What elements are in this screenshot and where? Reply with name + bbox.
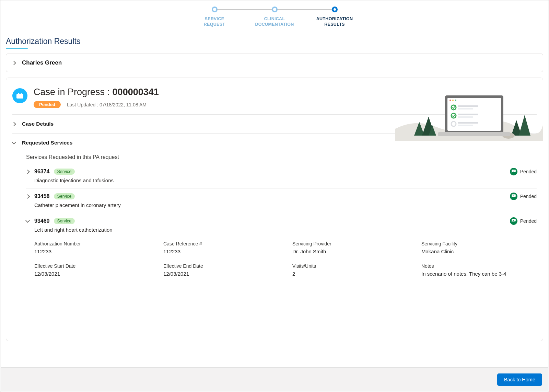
detail-label: Notes [421, 263, 537, 269]
service-code: 93458 [34, 193, 50, 199]
detail-value: Dr. John Smith [292, 249, 408, 254]
patient-name: Charles Green [22, 59, 62, 66]
detail-value: In scenario of notes, They can be 3-4 [421, 271, 537, 277]
service-row-toggle[interactable]: 96374 Service Pended [26, 168, 537, 175]
case-details-label: Case Details [22, 121, 54, 127]
page-title-underline [6, 48, 28, 49]
detail-value: 12/03/2021 [163, 271, 279, 277]
last-updated: Last Updated : 07/18/2022, 11:08 AM [67, 102, 147, 107]
chevron-right-icon [12, 61, 16, 65]
detail-label: Effective End Date [163, 263, 279, 269]
service-code: 96374 [34, 169, 50, 175]
service-code: 93460 [34, 218, 50, 224]
detail-cell: Servicing Facility Makana Clinic [421, 241, 537, 254]
briefcase-icon [12, 88, 27, 103]
case-details-section: Case Details [12, 114, 537, 133]
service-status-text: Pended [520, 218, 537, 224]
detail-value: 12/03/2021 [34, 271, 150, 277]
service-details-grid: Authorization Number 112233 Case Referen… [34, 241, 537, 277]
page-title: Authorization Results [6, 37, 549, 46]
service-row-toggle[interactable]: 93460 Service Pended [26, 217, 537, 225]
service-tag: Service [54, 169, 75, 175]
step-connector [274, 9, 335, 10]
case-title: Case in Progress : 000000341 [34, 87, 537, 97]
detail-value: Makana Clinic [421, 249, 537, 254]
chevron-right-icon [26, 194, 30, 198]
detail-value: 112233 [163, 249, 279, 254]
case-card: Case in Progress : 000000341 Pended Last… [6, 78, 543, 341]
detail-cell: Servicing Provider Dr. John Smith [292, 241, 408, 254]
requested-services-header[interactable]: Requested Services [12, 133, 537, 152]
case-header: Case in Progress : 000000341 Pended Last… [12, 78, 537, 114]
service-status: Pended [510, 168, 537, 175]
chevron-right-icon [12, 122, 16, 126]
detail-cell: Case Reference # 112233 [163, 241, 279, 254]
detail-label: Servicing Facility [421, 241, 537, 246]
detail-label: Visits/Units [292, 263, 408, 269]
step-service-request[interactable]: SERVICE REQUEST [185, 7, 245, 27]
service-status: Pended [510, 193, 537, 200]
service-status-text: Pended [520, 169, 537, 174]
chevron-down-icon [26, 219, 30, 223]
detail-label: Case Reference # [163, 241, 279, 246]
detail-cell: Notes In scenario of notes, They can be … [421, 263, 537, 277]
back-to-home-button[interactable]: Back to Home [497, 373, 542, 386]
chat-check-icon [510, 217, 517, 225]
step-dot-icon [212, 7, 218, 12]
step-dot-icon [272, 7, 278, 12]
chevron-right-icon [26, 170, 30, 174]
service-item: 96374 Service Pended Diagnostic Injectio… [26, 164, 537, 188]
service-status: Pended [510, 217, 537, 225]
service-item: 93460 Service Pended Left and right hear… [26, 213, 537, 281]
patient-accordion-header[interactable]: Charles Green [6, 54, 543, 72]
detail-cell: Effective End Date 12/03/2021 [163, 263, 279, 277]
step-label: SERVICE REQUEST [204, 16, 225, 27]
detail-cell: Effective Start Date 12/03/2021 [34, 263, 150, 277]
detail-label: Effective Start Date [34, 263, 150, 269]
step-connector [214, 9, 274, 10]
case-details-header[interactable]: Case Details [12, 114, 537, 133]
chevron-down-icon [12, 141, 16, 145]
status-badge: Pended [34, 101, 61, 108]
service-tag: Service [54, 218, 75, 224]
service-description: Left and right heart catheterization [34, 227, 537, 233]
step-label: CLINICAL DOCUMENTATION [255, 16, 294, 27]
service-description: Diagnostic Injections and Infusions [34, 177, 537, 183]
requested-services-section: Requested Services Services Requested in… [12, 133, 537, 281]
requested-services-label: Requested Services [22, 140, 72, 146]
step-dot-icon [332, 7, 338, 12]
service-tag: Service [54, 193, 75, 199]
detail-label: Servicing Provider [292, 241, 408, 246]
detail-cell: Authorization Number 112233 [34, 241, 150, 254]
detail-value: 2 [292, 271, 408, 277]
services-intro-text: Services Requested in this PA request [26, 154, 537, 160]
detail-label: Authorization Number [34, 241, 150, 246]
footer-bar: Back to Home [1, 367, 548, 391]
chat-check-icon [510, 168, 517, 175]
chat-check-icon [510, 193, 517, 200]
service-row-toggle[interactable]: 93458 Service Pended [26, 193, 537, 200]
step-label: AUTHORIZATION RESULTS [316, 16, 353, 27]
service-list: 96374 Service Pended Diagnostic Injectio… [26, 164, 537, 281]
service-item: 93458 Service Pended Catheter placement … [26, 188, 537, 213]
service-description: Catheter placement in coronary artery [34, 202, 537, 208]
progress-stepper: SERVICE REQUEST CLINICAL DOCUMENTATION A… [0, 0, 549, 31]
service-status-text: Pended [520, 194, 537, 199]
patient-accordion: Charles Green [6, 54, 543, 72]
detail-cell: Visits/Units 2 [292, 263, 408, 277]
detail-value: 112233 [34, 249, 150, 254]
